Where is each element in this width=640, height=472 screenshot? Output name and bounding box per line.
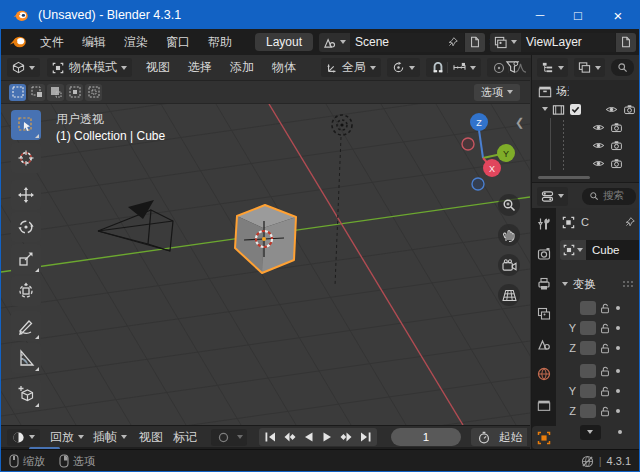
object-render-toggle[interactable] [610, 121, 623, 134]
tab-render[interactable] [537, 247, 551, 261]
blender-menu-logo[interactable] [9, 35, 27, 49]
properties-editor-type-button[interactable] [537, 187, 568, 206]
tool-move[interactable] [11, 180, 41, 210]
object-hide-toggle[interactable] [592, 139, 605, 152]
mode-dropdown[interactable]: 物体模式 [47, 58, 132, 77]
scene-new-button[interactable] [465, 33, 485, 52]
loc-x-field[interactable] [580, 301, 596, 315]
object-hide-toggle[interactable] [592, 157, 605, 170]
jump-to-end-button[interactable] [357, 432, 374, 442]
maximize-button[interactable]: □ [559, 1, 597, 29]
tool-options-dropdown[interactable]: 选项 [474, 84, 520, 101]
menu-window[interactable]: 窗口 [157, 34, 199, 51]
viewlayer-new-button[interactable] [616, 33, 636, 52]
menu-edit[interactable]: 编辑 [73, 34, 115, 51]
current-frame-field[interactable]: 1 [391, 428, 461, 446]
collection-exclude-checkbox[interactable] [570, 104, 581, 115]
loc-y-lock[interactable] [599, 322, 611, 334]
prev-keyframe-button[interactable] [281, 432, 299, 442]
navigation-gizmo[interactable]: Z Y X [451, 108, 517, 196]
timeline-menu-view[interactable]: 视图 [139, 429, 163, 446]
tab-object-active[interactable] [532, 426, 556, 449]
tool-scale[interactable] [11, 244, 41, 274]
next-keyframe-button[interactable] [337, 432, 355, 442]
scene-type-button[interactable] [319, 33, 350, 52]
loc-y-field[interactable] [580, 321, 596, 335]
outliner-search[interactable] [611, 59, 634, 76]
outliner-filter-dropdown[interactable] [574, 58, 605, 77]
menu-add[interactable]: 添加 [221, 59, 263, 76]
rotation-mode-dropdown[interactable] [580, 425, 601, 440]
tool-select-box[interactable] [11, 110, 41, 140]
start-frame-label[interactable]: 起始 [499, 430, 522, 445]
pin-id-button[interactable] [624, 216, 636, 228]
outliner-row-collection[interactable] [542, 101, 636, 117]
tool-cursor[interactable] [11, 143, 41, 173]
outliner-row-scene-collection[interactable]: 场景集合 [538, 83, 569, 99]
rot-z-lock[interactable] [599, 405, 611, 417]
zoom-view-button[interactable] [498, 194, 520, 216]
outliner-display-mode[interactable] [537, 58, 568, 77]
close-button[interactable]: × [597, 1, 639, 29]
object-name-field[interactable]: Cube [586, 240, 640, 260]
pivot-dropdown[interactable] [387, 58, 420, 77]
rot-x-lock[interactable] [599, 365, 611, 377]
snap-settings-dropdown[interactable] [447, 62, 478, 73]
object-visibility-filter[interactable] [505, 60, 520, 75]
menu-render[interactable]: 渲染 [115, 34, 157, 51]
use-preview-range-toggle[interactable] [476, 431, 492, 444]
pan-view-button[interactable] [498, 224, 520, 246]
network-offline-icon[interactable] [581, 455, 594, 468]
tab-layout[interactable]: Layout [255, 33, 313, 51]
play-button[interactable] [319, 432, 335, 442]
viewlayer-name-field[interactable]: ViewLayer [521, 33, 615, 52]
camera-view-button[interactable] [498, 254, 520, 276]
outliner-hscrollbar[interactable] [538, 176, 590, 179]
tab-tool[interactable] [537, 217, 551, 231]
play-reverse-button[interactable] [301, 432, 317, 442]
collection-render-toggle[interactable] [623, 103, 636, 116]
rot-y-field[interactable] [580, 384, 596, 398]
titlebar[interactable]: (Unsaved) - Blender 4.3.1 ─ □ × [1, 1, 639, 29]
sidebar-collapse-arrow[interactable]: ❮ [515, 116, 524, 129]
object-id-dropdown[interactable] [560, 240, 586, 260]
tab-output[interactable] [537, 277, 551, 291]
select-mode-intersect[interactable] [85, 84, 102, 101]
outliner-body[interactable]: 场景集合 [531, 80, 640, 182]
outliner-row-object-3[interactable] [592, 155, 636, 171]
loc-y-decorator[interactable] [616, 326, 620, 330]
tool-measure[interactable] [11, 343, 41, 373]
rot-x-field[interactable] [580, 364, 596, 378]
rot-x-decorator[interactable] [616, 369, 620, 373]
scene-name-field[interactable]: Scene [350, 33, 464, 52]
object-hide-toggle[interactable] [592, 121, 605, 134]
collection-expand-chevron[interactable] [542, 107, 548, 111]
breadcrumb-object-label[interactable]: C [581, 216, 589, 228]
auto-key-toggle[interactable] [215, 432, 232, 443]
rotation-mode-decorator[interactable] [618, 430, 622, 434]
loc-z-field[interactable] [580, 341, 596, 355]
select-mode-extend[interactable] [28, 84, 45, 101]
tool-add-cube[interactable] [11, 379, 41, 409]
minimize-button[interactable]: ─ [521, 1, 559, 29]
rot-y-decorator[interactable] [616, 389, 620, 393]
rot-y-lock[interactable] [599, 385, 611, 397]
timeline-menu-markers[interactable]: 标记 [173, 429, 197, 446]
transform-panel-header[interactable]: 变换 [558, 276, 636, 292]
jump-to-start-button[interactable] [262, 432, 279, 442]
timeline-editor-type-button[interactable] [7, 429, 40, 446]
timeline-menu-playback[interactable]: 回放 [50, 429, 74, 446]
loc-x-decorator[interactable] [616, 306, 620, 310]
outliner-row-object-1[interactable] [592, 119, 636, 135]
select-mode-invert[interactable] [66, 84, 83, 101]
menu-object[interactable]: 物体 [263, 59, 305, 76]
pin-icon[interactable] [447, 36, 459, 48]
tab-scene[interactable] [537, 337, 551, 351]
select-mode-subtract[interactable] [47, 84, 64, 101]
snap-toggle[interactable] [429, 62, 447, 74]
editor-type-button[interactable] [7, 58, 40, 77]
menu-select[interactable]: 选择 [179, 59, 221, 76]
tool-rotate[interactable] [11, 212, 41, 242]
rot-z-field[interactable] [580, 404, 596, 418]
orientation-dropdown[interactable]: 全局 [321, 58, 381, 77]
